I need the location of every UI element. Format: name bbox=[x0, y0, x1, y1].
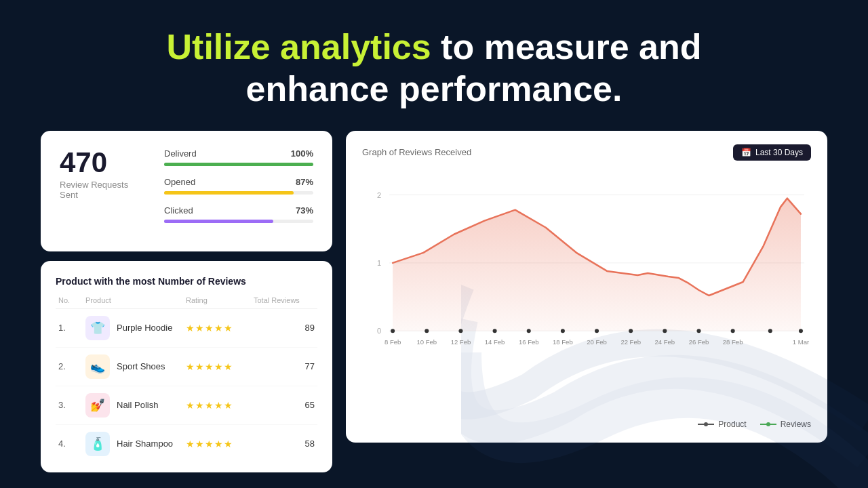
stat-number: 470 bbox=[60, 148, 130, 177]
date-filter-button[interactable]: 📅 Last 30 Days bbox=[733, 144, 811, 161]
svg-point-34 bbox=[766, 422, 770, 426]
svg-point-7 bbox=[425, 329, 429, 333]
svg-point-14 bbox=[663, 329, 667, 333]
bar-opened-fill bbox=[164, 191, 294, 195]
legend-reviews-label: Reviews bbox=[781, 420, 811, 429]
row-1-reviews: 89 bbox=[254, 323, 315, 333]
metric-opened-pct: 87% bbox=[296, 177, 313, 187]
calendar-icon: 📅 bbox=[741, 148, 751, 157]
table-row: 2. 👟 Sport Shoes ★★★★★ 77 bbox=[56, 348, 317, 386]
col-no: No. bbox=[58, 296, 85, 304]
left-panel: 470 Review Requests Sent Deliverd 100% bbox=[41, 131, 332, 472]
metric-delivered-pct: 100% bbox=[291, 148, 313, 159]
svg-text:16 Feb: 16 Feb bbox=[519, 338, 539, 346]
row-4-stars: ★★★★★ bbox=[186, 439, 254, 449]
col-product: Product bbox=[85, 296, 186, 304]
date-filter-label: Last 30 Days bbox=[755, 148, 803, 157]
svg-text:8 Feb: 8 Feb bbox=[384, 338, 401, 346]
svg-text:0: 0 bbox=[377, 327, 381, 335]
hero-line2: enhance performance. bbox=[0, 68, 868, 110]
table-title: Product with the most Number of Reviews bbox=[56, 276, 317, 287]
svg-text:26 Feb: 26 Feb bbox=[689, 338, 709, 346]
metric-opened: Opened 87% bbox=[164, 177, 313, 195]
row-1-stars: ★★★★★ bbox=[186, 323, 254, 333]
table-row: 4. 🧴 Hair Shampoo ★★★★★ 58 bbox=[56, 425, 317, 463]
row-3-num: 3. bbox=[58, 400, 85, 410]
svg-point-17 bbox=[768, 329, 772, 333]
svg-point-18 bbox=[799, 329, 803, 333]
metric-delivered: Deliverd 100% bbox=[164, 148, 313, 166]
svg-point-16 bbox=[731, 329, 735, 333]
svg-point-15 bbox=[696, 329, 701, 333]
table-row: 3. 💅 Nail Polish ★★★★★ 65 bbox=[56, 386, 317, 425]
chart-legend: Product Reviews bbox=[362, 420, 811, 429]
col-rating: Rating bbox=[186, 296, 254, 304]
svg-point-13 bbox=[629, 329, 633, 333]
legend-reviews: Reviews bbox=[760, 420, 811, 429]
stat-label: Review Requests Sent bbox=[60, 180, 130, 200]
hero-title: Utilize analytics to measure and enhance… bbox=[0, 0, 868, 131]
metric-clicked-pct: 73% bbox=[296, 205, 313, 216]
stat-card: 470 Review Requests Sent Deliverd 100% bbox=[41, 131, 332, 251]
hero-accent: Utilize analytics bbox=[167, 27, 431, 66]
svg-text:12 Feb: 12 Feb bbox=[451, 338, 471, 346]
bar-delivered-track bbox=[164, 163, 313, 166]
svg-point-9 bbox=[493, 329, 497, 333]
metrics-section: Deliverd 100% Opened 87% bbox=[164, 148, 313, 234]
bar-clicked-track bbox=[164, 220, 313, 223]
table-header: No. Product Rating Total Reviews bbox=[56, 296, 317, 309]
row-3-name: Nail Polish bbox=[117, 400, 158, 410]
product-table-card: Product with the most Number of Reviews … bbox=[41, 261, 332, 472]
svg-text:2: 2 bbox=[377, 190, 381, 199]
row-1-num: 1. bbox=[58, 323, 85, 333]
dashboard: 470 Review Requests Sent Deliverd 100% bbox=[0, 131, 868, 472]
row-1-name: Purple Hoodie bbox=[117, 323, 172, 333]
row-1-product: 👕 Purple Hoodie bbox=[85, 316, 186, 340]
bar-clicked-fill bbox=[164, 220, 273, 223]
metric-opened-name: Opened bbox=[164, 177, 195, 187]
svg-text:28 Feb: 28 Feb bbox=[723, 338, 743, 346]
table-row: 1. 👕 Purple Hoodie ★★★★★ 89 bbox=[56, 309, 317, 348]
row-1-thumb: 👕 bbox=[85, 316, 110, 340]
svg-text:1: 1 bbox=[377, 259, 381, 267]
row-2-product: 👟 Sport Shoes bbox=[85, 354, 186, 379]
row-2-reviews: 77 bbox=[254, 361, 315, 371]
graph-card: Graph of Reviews Received 📅 Last 30 Days… bbox=[346, 131, 827, 443]
legend-product-icon bbox=[698, 421, 714, 428]
legend-product-label: Product bbox=[718, 420, 746, 429]
svg-text:1 Mar: 1 Mar bbox=[793, 338, 810, 346]
bar-opened-track bbox=[164, 191, 313, 195]
row-2-num: 2. bbox=[58, 361, 85, 371]
right-panel: Graph of Reviews Received 📅 Last 30 Days… bbox=[346, 131, 827, 472]
svg-point-32 bbox=[704, 422, 708, 426]
graph-header: Graph of Reviews Received 📅 Last 30 Days bbox=[362, 144, 811, 161]
row-2-name: Sport Shoes bbox=[117, 361, 165, 371]
row-4-num: 4. bbox=[58, 439, 85, 449]
row-4-thumb: 🧴 bbox=[85, 432, 110, 456]
svg-point-8 bbox=[458, 329, 462, 333]
svg-text:22 Feb: 22 Feb bbox=[620, 338, 641, 346]
hero-line1-rest: to measure and bbox=[431, 27, 702, 66]
svg-point-10 bbox=[527, 329, 531, 333]
row-4-reviews: 58 bbox=[254, 439, 315, 449]
row-4-product: 🧴 Hair Shampoo bbox=[85, 432, 186, 456]
svg-point-12 bbox=[595, 329, 599, 333]
row-3-reviews: 65 bbox=[254, 400, 315, 410]
row-3-stars: ★★★★★ bbox=[186, 400, 254, 411]
svg-text:24 Feb: 24 Feb bbox=[655, 338, 675, 346]
legend-product: Product bbox=[698, 420, 746, 429]
col-total: Total Reviews bbox=[254, 296, 315, 304]
svg-text:10 Feb: 10 Feb bbox=[416, 338, 437, 346]
row-3-thumb: 💅 bbox=[85, 393, 110, 418]
svg-text:14 Feb: 14 Feb bbox=[485, 338, 505, 346]
chart-area: 2 1 0 bbox=[362, 167, 811, 413]
row-2-thumb: 👟 bbox=[85, 354, 110, 379]
svg-point-11 bbox=[561, 329, 565, 333]
metric-clicked: Clicked 73% bbox=[164, 205, 313, 223]
row-4-name: Hair Shampoo bbox=[117, 439, 173, 449]
row-3-product: 💅 Nail Polish bbox=[85, 393, 186, 418]
legend-reviews-icon bbox=[760, 421, 776, 428]
metric-clicked-name: Clicked bbox=[164, 205, 193, 216]
bar-delivered-fill bbox=[164, 163, 313, 166]
svg-point-6 bbox=[391, 329, 395, 333]
